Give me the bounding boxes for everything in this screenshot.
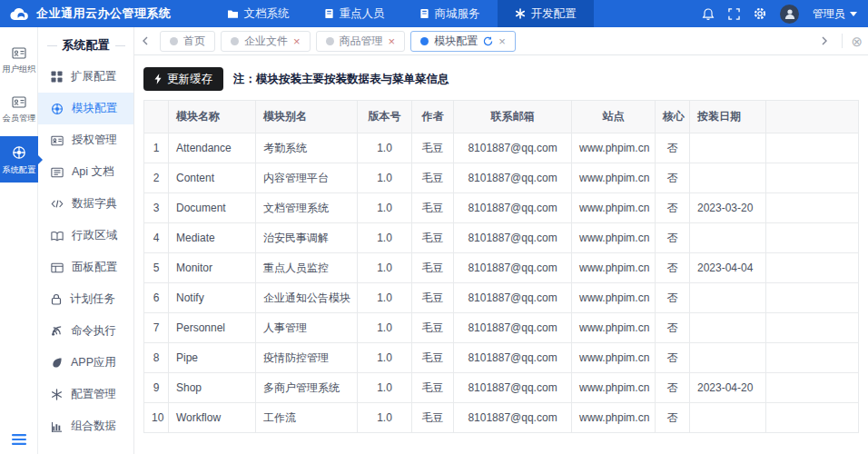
sidebar-item-combined-data[interactable]: 组合数据 xyxy=(38,410,133,442)
tab-dot xyxy=(420,37,429,45)
cell-site: www.phpim.cn xyxy=(572,193,656,223)
tab-module-config[interactable]: 模块配置 × xyxy=(410,31,516,52)
cell-core: 否 xyxy=(656,373,690,403)
table-row[interactable]: 3 Document 文档管理系统 1.0 毛豆 8101887@qq.com … xyxy=(144,193,859,223)
topnav-item-dev-config[interactable]: 开发配置 xyxy=(498,0,594,27)
cell-alias: 文档管理系统 xyxy=(256,193,358,223)
bell-icon[interactable] xyxy=(702,7,715,21)
tab-dot xyxy=(231,37,239,45)
refresh-icon[interactable] xyxy=(483,36,493,46)
tab-home[interactable]: 首页 xyxy=(160,31,215,52)
cell-site: www.phpim.cn xyxy=(572,403,656,433)
cell-core: 否 xyxy=(656,403,690,433)
cell-email: 8101887@qq.com xyxy=(454,253,572,283)
sidebar-item-api-docs[interactable]: Api 文档 xyxy=(38,156,133,188)
topnav-item-mall[interactable]: 商城服务 xyxy=(402,0,498,27)
sidebar-item-regions[interactable]: 行政区域 xyxy=(38,220,133,252)
table-row[interactable]: 7 Personnel 人事管理 1.0 毛豆 8101887@qq.com w… xyxy=(144,313,859,343)
cell-version: 1.0 xyxy=(358,223,412,253)
cell-core: 否 xyxy=(656,193,690,223)
chevron-right-icon[interactable] xyxy=(815,36,833,45)
sidebar-item-extensions[interactable]: 扩展配置 xyxy=(38,61,133,93)
table-row[interactable]: 2 Content 内容管理平台 1.0 毛豆 8101887@qq.com w… xyxy=(144,163,859,193)
rail-label: 系统配置 xyxy=(2,165,35,173)
cell-author: 毛豆 xyxy=(412,133,454,163)
sidebar-item-modules[interactable]: 模块配置 xyxy=(38,93,133,124)
table-row[interactable]: 8 Pipe 疫情防控管理 1.0 毛豆 8101887@qq.com www.… xyxy=(144,343,859,373)
sidebar-item-panel-config[interactable]: 面板配置 xyxy=(38,252,133,283)
cell-date xyxy=(690,283,766,313)
cell-name: Shop xyxy=(169,373,256,403)
cell-filler xyxy=(766,403,859,433)
rail-item-user-org[interactable]: 用户组织 xyxy=(0,38,38,82)
sidebar-item-app[interactable]: APP应用 xyxy=(38,347,133,379)
close-icon[interactable]: × xyxy=(389,35,396,47)
lock-icon xyxy=(51,293,62,305)
close-icon[interactable]: × xyxy=(293,35,301,47)
cell-name: Monitor xyxy=(169,253,256,283)
cell-author: 毛豆 xyxy=(412,163,454,193)
sidebar-item-data-dictionary[interactable]: 数据字典 xyxy=(38,188,133,220)
app-header: 企业通用云办公管理系统 文档系统 重点人员 商城服务 开发配置 xyxy=(0,0,868,27)
table-row[interactable]: 6 Notify 企业通知公告模块 1.0 毛豆 8101887@qq.com … xyxy=(144,283,859,313)
divider xyxy=(842,34,843,48)
content: 更新缓存 注：模块按装主要按装数据表与菜单菜信息 模块名称 模块别名 版本号 xyxy=(134,55,868,454)
cell-alias: 工作流 xyxy=(256,403,358,433)
cell-name: Mediate xyxy=(169,223,256,253)
table-row[interactable]: 4 Mediate 治安民事调解 1.0 毛豆 8101887@qq.com w… xyxy=(144,223,859,253)
tab-product-mgmt[interactable]: 商品管理 × xyxy=(316,31,406,52)
cell-date: 2023-04-04 xyxy=(690,253,766,283)
cell-site: www.phpim.cn xyxy=(572,373,656,403)
chevron-left-icon[interactable] xyxy=(136,36,154,45)
rail-item-system-config[interactable]: 系统配置 xyxy=(0,136,38,183)
topnav-label: 开发配置 xyxy=(531,6,577,22)
rail-label: 会员管理 xyxy=(2,114,35,122)
close-icon[interactable]: × xyxy=(498,35,506,47)
sidebar-item-config-mgmt[interactable]: 配置管理 xyxy=(38,379,133,410)
cell-email: 8101887@qq.com xyxy=(454,343,572,373)
cell-author: 毛豆 xyxy=(412,313,454,343)
cell-email: 8101887@qq.com xyxy=(454,223,572,253)
sidebar-item-authorization[interactable]: 授权管理 xyxy=(38,124,133,156)
user-menu[interactable]: 管理员 xyxy=(813,6,857,22)
notebook-icon xyxy=(324,8,334,19)
sidebar-label: APP应用 xyxy=(71,355,116,370)
asterisk-icon xyxy=(515,8,526,19)
cell-alias: 治安民事调解 xyxy=(256,223,358,253)
close-all-tabs-icon[interactable]: ⊗ xyxy=(851,35,863,48)
panel-icon xyxy=(51,262,64,273)
user-name: 管理员 xyxy=(813,6,845,22)
user-avatar[interactable] xyxy=(780,5,799,24)
cell-version: 1.0 xyxy=(358,403,412,433)
cell-name: Document xyxy=(169,193,256,223)
header-site: 站点 xyxy=(572,101,656,133)
cell-email: 8101887@qq.com xyxy=(454,193,572,223)
fullscreen-icon[interactable] xyxy=(728,8,740,20)
table-row[interactable]: 10 Workflow 工作流 1.0 毛豆 8101887@qq.com ww… xyxy=(144,403,859,433)
sidebar-label: Api 文档 xyxy=(72,164,114,180)
id-card-icon xyxy=(12,47,26,59)
topnav-item-docs[interactable]: 文档系统 xyxy=(210,0,307,27)
table-row[interactable]: 9 Shop 多商户管理系统 1.0 毛豆 8101887@qq.com www… xyxy=(144,373,859,403)
leaf-icon xyxy=(51,357,63,369)
topnav-item-key-persons[interactable]: 重点人员 xyxy=(307,0,402,27)
tab-label: 首页 xyxy=(183,34,205,49)
table-row[interactable]: 1 Attendance 考勤系统 1.0 毛豆 8101887@qq.com … xyxy=(144,133,859,163)
folder-icon xyxy=(227,9,239,19)
gear-icon[interactable] xyxy=(754,7,766,20)
cell-version: 1.0 xyxy=(358,253,412,283)
cell-alias: 考勤系统 xyxy=(256,133,358,163)
header-author: 作者 xyxy=(412,101,454,133)
sidebar-label: 扩展配置 xyxy=(71,69,116,84)
cell-filler xyxy=(766,223,859,253)
sidebar-item-command-exec[interactable]: 命令执行 xyxy=(38,315,133,347)
brand: 企业通用云办公管理系统 xyxy=(0,0,186,27)
rail-item-member-mgmt[interactable]: 会员管理 xyxy=(0,87,38,131)
tab-enterprise-files[interactable]: 企业文件 × xyxy=(221,31,311,52)
cell-core: 否 xyxy=(656,343,690,373)
update-cache-button[interactable]: 更新缓存 xyxy=(143,67,223,91)
collapse-menu-icon[interactable] xyxy=(12,434,26,445)
sidebar-item-scheduled-tasks[interactable]: 计划任务 xyxy=(38,283,133,315)
table-row[interactable]: 5 Monitor 重点人员监控 1.0 毛豆 8101887@qq.com w… xyxy=(144,253,859,283)
app-title: 企业通用云办公管理系统 xyxy=(36,5,172,22)
